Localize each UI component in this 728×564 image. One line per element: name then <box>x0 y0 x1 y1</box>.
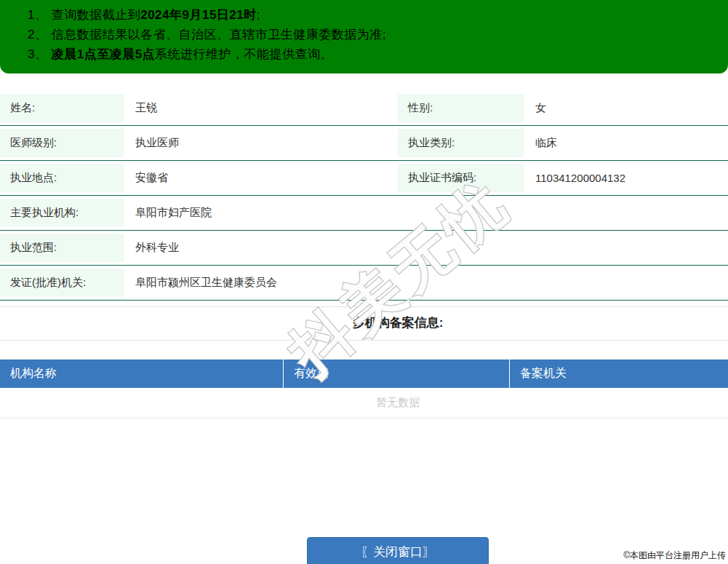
info-row: 医师级别:执业医师执业类别:临床 <box>0 126 728 161</box>
button-row: 〖关闭窗口〗 <box>0 537 728 564</box>
field-value: 外科专业 <box>124 231 728 265</box>
filing-column-header: 备案机关 <box>510 360 728 388</box>
field-value: 安徽省 <box>124 161 398 195</box>
info-row: 发证(批准)机关:阜阳市颍州区卫生健康委员会 <box>0 266 728 301</box>
close-window-button[interactable]: 〖关闭窗口〗 <box>307 537 489 564</box>
notice-list: 1、 查询数据截止到2024年9月15日21时;2、 信息数据结果以各省、自治区… <box>28 5 721 64</box>
filing-section-title: 多机构备案信息: <box>0 314 728 330</box>
field-label: 执业范围: <box>0 234 124 262</box>
info-row: 执业范围:外科专业 <box>0 231 728 266</box>
filing-column-header: 机构名称 <box>0 360 284 388</box>
empty-data-text: 暂无数据 <box>376 396 420 410</box>
image-credit: ©本图由平台注册用户上传 <box>623 549 726 562</box>
field-value: 执业医师 <box>124 126 398 160</box>
info-row: 执业地点:安徽省执业证书编码:110341200004132 <box>0 161 728 196</box>
field-label: 执业地点: <box>0 164 124 192</box>
field-label: 执业证书编码: <box>398 164 524 192</box>
practitioner-query-result-page: 1、 查询数据截止到2024年9月15日21时;2、 信息数据结果以各省、自治区… <box>0 0 728 564</box>
empty-data-row: 暂无数据 <box>0 388 728 418</box>
notice-item: 1、 查询数据截止到2024年9月15日21时; <box>28 5 721 25</box>
field-value: 阜阳市妇产医院 <box>124 196 728 230</box>
filing-table-header: 机构名称有效期备案机关 <box>0 360 728 388</box>
field-value: 女 <box>524 91 728 125</box>
divider-line <box>0 306 728 307</box>
field-value: 临床 <box>524 126 728 160</box>
filing-column-header: 有效期 <box>284 360 510 388</box>
field-label: 主要执业机构: <box>0 199 124 227</box>
field-label: 性别: <box>398 94 524 122</box>
field-value: 王锐 <box>124 91 398 125</box>
field-label: 医师级别: <box>0 129 124 157</box>
field-label: 姓名: <box>0 94 124 122</box>
field-value: 阜阳市颍州区卫生健康委员会 <box>124 266 728 300</box>
info-row: 主要执业机构:阜阳市妇产医院 <box>0 196 728 231</box>
notice-banner: 1、 查询数据截止到2024年9月15日21时;2、 信息数据结果以各省、自治区… <box>0 0 728 74</box>
filing-table: 机构名称有效期备案机关 暂无数据 <box>0 360 728 418</box>
divider-line <box>0 340 728 341</box>
field-value: 110341200004132 <box>524 161 728 195</box>
notice-item: 2、 信息数据结果以各省、自治区、直辖市卫生健康委数据为准; <box>28 25 721 44</box>
practitioner-info-table: 姓名:王锐性别:女医师级别:执业医师执业类别:临床执业地点:安徽省执业证书编码:… <box>0 91 728 301</box>
info-row: 姓名:王锐性别:女 <box>0 91 728 126</box>
notice-item: 3、 凌晨1点至凌晨5点系统进行维护，不能提供查询。 <box>28 44 721 64</box>
field-label: 执业类别: <box>398 129 524 157</box>
field-label: 发证(批准)机关: <box>0 269 124 297</box>
